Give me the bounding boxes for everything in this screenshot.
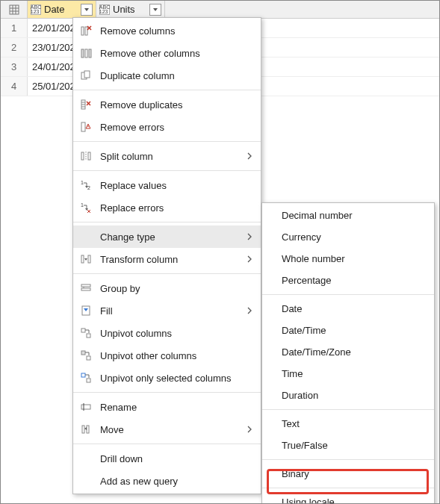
- datatype-abc123-icon: ABC123: [99, 4, 110, 15]
- submenu-label: Percentage: [282, 275, 332, 286]
- menu-label: Transform column: [100, 254, 238, 265]
- chevron-right-icon: [246, 307, 253, 314]
- menu-transform-column[interactable]: Transform column: [73, 248, 261, 270]
- menu-drill-down[interactable]: Drill down: [73, 447, 261, 470]
- submenu-label: Date/Time: [282, 325, 326, 336]
- row-number[interactable]: 4: [1, 77, 28, 96]
- menu-remove-columns[interactable]: Remove columns: [73, 19, 261, 42]
- menu-split-column[interactable]: Split column: [73, 145, 261, 167]
- svg-rect-26: [88, 152, 90, 160]
- chevron-right-icon: [246, 233, 253, 240]
- submenu-whole-number[interactable]: Whole number: [262, 248, 434, 270]
- submenu-date-time-zone[interactable]: Date/Time/Zone: [262, 341, 434, 363]
- submenu-label: Time: [282, 368, 303, 379]
- svg-rect-52: [87, 426, 89, 433]
- submenu-using-locale[interactable]: Using locale…: [262, 491, 434, 504]
- remove-other-columns-icon: [79, 46, 93, 60]
- svg-rect-35: [81, 255, 84, 263]
- menu-unpivot-other-columns[interactable]: Unpivot other columns: [73, 344, 261, 367]
- svg-rect-8: [85, 27, 87, 35]
- menu-unpivot-columns[interactable]: Unpivot columns: [73, 322, 261, 344]
- submenu-label: Date: [282, 303, 302, 314]
- menu-separator: [73, 90, 261, 90]
- submenu-true-false[interactable]: True/False: [262, 435, 434, 456]
- menu-rename[interactable]: Rename: [73, 396, 261, 418]
- menu-remove-errors[interactable]: Remove errors: [73, 116, 261, 138]
- menu-change-type[interactable]: Change type: [73, 225, 261, 248]
- menu-separator: [73, 170, 261, 171]
- menu-label: Replace values: [100, 180, 253, 191]
- row-number[interactable]: 1: [1, 19, 28, 37]
- submenu-percentage[interactable]: Percentage: [262, 270, 434, 291]
- menu-remove-other-columns[interactable]: Remove other columns: [73, 42, 261, 64]
- menu-separator: [262, 409, 434, 410]
- svg-rect-48: [87, 379, 90, 382]
- unpivot-other-icon: [79, 349, 93, 362]
- svg-text:2: 2: [87, 185, 90, 190]
- svg-rect-7: [81, 27, 84, 35]
- svg-rect-13: [89, 49, 91, 57]
- submenu-date[interactable]: Date: [262, 298, 434, 320]
- column-filter-button[interactable]: [81, 4, 93, 16]
- menu-label: Change type: [100, 231, 238, 243]
- menu-label: Unpivot only selected columns: [100, 373, 253, 384]
- submenu-label: Binary: [282, 468, 309, 479]
- column-header-units[interactable]: ABC123 Units: [96, 1, 165, 18]
- menu-duplicate-column[interactable]: Duplicate column: [73, 64, 261, 87]
- menu-unpivot-only-selected[interactable]: Unpivot only selected columns: [73, 367, 261, 389]
- menu-add-as-new-query[interactable]: Add as new query: [73, 470, 261, 492]
- svg-marker-42: [84, 308, 88, 311]
- submenu-duration[interactable]: Duration: [262, 385, 434, 406]
- menu-label: Remove columns: [100, 25, 253, 37]
- submenu-binary[interactable]: Binary: [262, 463, 434, 485]
- svg-rect-38: [81, 284, 90, 287]
- remove-columns-icon: [79, 24, 93, 37]
- duplicate-column-icon: [79, 69, 93, 82]
- submenu-text[interactable]: Text: [262, 413, 434, 435]
- menu-move[interactable]: Move: [73, 418, 261, 441]
- split-column-icon: [79, 149, 93, 163]
- svg-rect-22: [81, 122, 85, 131]
- remove-errors-icon: [79, 120, 93, 134]
- menu-replace-values[interactable]: 12 Replace values: [73, 174, 261, 196]
- svg-rect-49: [81, 405, 90, 409]
- submenu-label: Whole number: [282, 253, 345, 264]
- menu-remove-duplicates[interactable]: Remove duplicates: [73, 93, 261, 116]
- menu-separator: [73, 141, 261, 142]
- group-by-icon: [79, 281, 93, 295]
- submenu-time[interactable]: Time: [262, 363, 434, 385]
- row-number[interactable]: 3: [1, 57, 28, 76]
- menu-label: Unpivot columns: [100, 328, 253, 339]
- menu-replace-errors[interactable]: 1 Replace errors: [73, 196, 261, 219]
- svg-rect-46: [87, 356, 90, 360]
- column-filter-button[interactable]: [149, 4, 161, 16]
- column-header-label: Date: [44, 4, 64, 15]
- column-header-date[interactable]: ABC123 Date: [28, 1, 96, 18]
- menu-label: Unpivot other columns: [100, 350, 253, 361]
- menu-label: Move: [100, 424, 238, 435]
- menu-group-by[interactable]: Group by: [73, 277, 261, 299]
- change-type-submenu: Decimal number Currency Whole number Per…: [261, 202, 435, 504]
- svg-text:1: 1: [81, 180, 84, 185]
- submenu-date-time[interactable]: Date/Time: [262, 320, 434, 341]
- svg-marker-6: [153, 8, 158, 11]
- chevron-right-icon: [246, 255, 253, 263]
- submenu-decimal-number[interactable]: Decimal number: [262, 205, 434, 226]
- chevron-right-icon: [246, 426, 253, 433]
- svg-rect-36: [88, 255, 90, 263]
- svg-rect-12: [85, 49, 87, 57]
- submenu-currency[interactable]: Currency: [262, 226, 434, 248]
- svg-rect-39: [81, 288, 90, 290]
- svg-rect-51: [82, 426, 84, 433]
- datatype-abc123-icon: ABC123: [31, 4, 41, 15]
- svg-rect-44: [87, 334, 90, 337]
- svg-marker-5: [84, 8, 89, 11]
- menu-fill[interactable]: Fill: [73, 299, 261, 322]
- menu-separator: [73, 273, 261, 274]
- grid-corner[interactable]: [1, 1, 28, 18]
- grid-header: ABC123 Date ABC123 Units: [1, 1, 439, 19]
- submenu-label: Currency: [282, 231, 321, 243]
- row-number[interactable]: 2: [1, 38, 28, 57]
- transform-column-icon: [79, 252, 93, 266]
- menu-separator: [73, 392, 261, 393]
